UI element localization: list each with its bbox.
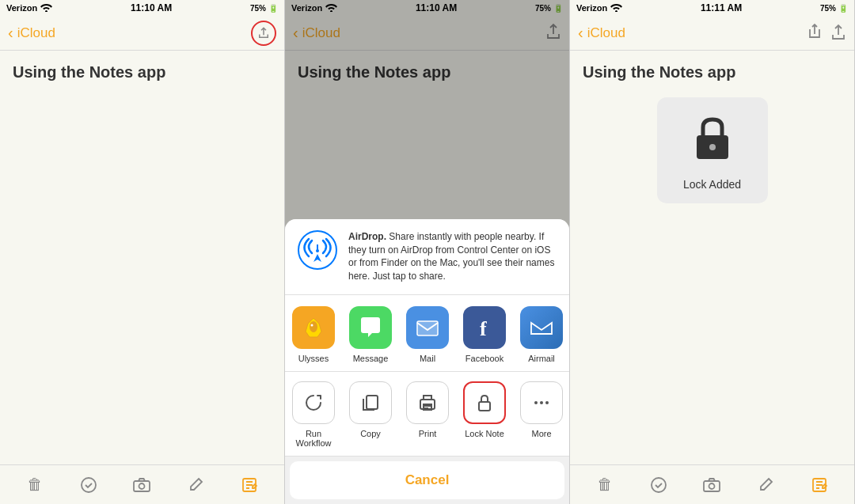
time-1: 11:10 AM	[131, 2, 172, 13]
mail-label: Mail	[420, 354, 435, 363]
run-workflow-icon	[292, 381, 335, 424]
action-item-more[interactable]: More	[513, 381, 569, 448]
status-bar-1: Verizon 11:10 AM 75% 🔋	[0, 0, 284, 16]
lock-added-label: Lock Added	[683, 178, 741, 191]
bottom-toolbar-3: 🗑	[570, 464, 854, 504]
time-3: 11:11 AM	[701, 2, 742, 13]
carrier-3: Verizon	[576, 3, 607, 13]
svg-point-20	[652, 478, 666, 492]
nav-right-1	[251, 21, 276, 46]
compose-icon-1[interactable]	[235, 471, 264, 499]
trash-icon-3[interactable]: 🗑	[591, 471, 619, 499]
nav-bar-1: ‹ iCloud	[0, 16, 284, 51]
print-label: Print	[419, 429, 437, 438]
note-title-1: Using the Notes app	[13, 63, 272, 81]
lock-large-icon	[689, 113, 736, 169]
svg-rect-11	[367, 396, 378, 409]
trash-icon-1[interactable]: 🗑	[21, 471, 49, 499]
note-area-3: Using the Notes app Lock Added	[570, 51, 854, 464]
camera-icon-3[interactable]	[697, 471, 726, 499]
action-item-print[interactable]: Print	[399, 381, 456, 448]
svg-rect-14	[479, 402, 490, 411]
airmail-icon	[520, 306, 563, 349]
cancel-button[interactable]: Cancel	[290, 461, 564, 499]
svg-point-6	[310, 321, 317, 332]
svg-point-17	[545, 401, 549, 404]
compose-icon-3[interactable]	[805, 471, 834, 499]
facebook-label: Facebook	[466, 354, 504, 363]
battery-icon-3: 🔋	[838, 4, 848, 13]
action-item-copy[interactable]: Copy	[342, 381, 399, 448]
svg-rect-1	[134, 481, 150, 491]
airdrop-icon	[298, 230, 337, 270]
share-button-1[interactable]	[251, 21, 276, 46]
carrier-1: Verizon	[6, 3, 37, 13]
action-item-lock-note[interactable]: Lock Note	[456, 381, 513, 448]
airdrop-section: AirDrop. Share instantly with people nea…	[285, 219, 569, 295]
camera-icon-1[interactable]	[127, 471, 156, 499]
action-row: Run Workflow Copy	[285, 372, 569, 457]
message-icon	[349, 306, 392, 349]
airmail-label: Airmail	[528, 354, 555, 363]
run-workflow-label: Run Workflow	[295, 429, 331, 448]
battery-icon-1: 🔋	[268, 4, 278, 13]
share-sheet: AirDrop. Share instantly with people nea…	[285, 219, 569, 504]
svg-point-16	[540, 401, 543, 404]
app-item-airmail[interactable]: Airmail	[513, 306, 569, 363]
status-bar-3: Verizon 11:11 AM 75% 🔋	[570, 0, 854, 16]
nav-bar-3: ‹ iCloud	[570, 16, 854, 51]
svg-point-7	[311, 324, 314, 327]
action-item-run-workflow[interactable]: Run Workflow	[285, 381, 342, 448]
check-icon-3[interactable]	[644, 471, 673, 499]
note-area-1: Using the Notes app	[0, 51, 284, 464]
svg-point-22	[709, 483, 715, 489]
app-item-message[interactable]: Message	[342, 306, 399, 363]
battery-1: 75%	[250, 4, 266, 13]
app-item-mail[interactable]: Mail	[399, 306, 456, 363]
battery-3: 75%	[820, 4, 836, 13]
mail-icon	[406, 306, 449, 349]
pen-icon-3[interactable]	[751, 471, 780, 499]
back-arrow-3: ‹	[578, 24, 583, 42]
ulysses-icon	[292, 306, 335, 349]
share-sheet-overlay: AirDrop. Share instantly with people nea…	[285, 0, 569, 504]
facebook-icon: f	[463, 306, 506, 349]
back-button-3[interactable]: ‹ iCloud	[578, 24, 625, 42]
lock-note-label: Lock Note	[465, 429, 504, 438]
wifi-icon-3	[610, 2, 622, 13]
app-item-ulysses[interactable]: Ulysses	[285, 306, 342, 363]
ulysses-label: Ulysses	[298, 354, 329, 363]
pen-icon-1[interactable]	[181, 471, 210, 499]
note-title-3: Using the Notes app	[583, 63, 842, 81]
bottom-toolbar-1: 🗑	[0, 464, 284, 504]
svg-point-0	[82, 478, 96, 492]
back-label-1: iCloud	[17, 25, 55, 41]
copy-label: Copy	[360, 429, 381, 438]
screen-2: Verizon 11:10 AM 75% 🔋 ‹ iCloud Using th…	[285, 0, 570, 504]
lock-note-icon	[463, 381, 506, 424]
lock-added-card: Lock Added	[657, 97, 768, 203]
check-icon-1[interactable]	[74, 471, 103, 499]
svg-point-19	[709, 144, 716, 150]
screen-3: Verizon 11:11 AM 75% 🔋 ‹ iCloud	[570, 0, 855, 504]
back-button-1[interactable]: ‹ iCloud	[8, 24, 55, 42]
svg-point-2	[139, 483, 145, 489]
airdrop-description: AirDrop. Share instantly with people nea…	[348, 230, 557, 283]
nav-right-3	[807, 23, 846, 44]
share-icon-3a[interactable]	[807, 23, 823, 44]
print-icon	[406, 381, 449, 424]
wifi-icon-1	[40, 2, 52, 13]
app-item-facebook[interactable]: f Facebook	[456, 306, 513, 363]
svg-text:f: f	[480, 317, 487, 340]
message-label: Message	[353, 354, 389, 363]
copy-icon	[349, 381, 392, 424]
more-icon	[520, 381, 563, 424]
svg-point-15	[534, 401, 538, 404]
back-arrow-1: ‹	[8, 24, 13, 42]
share-icon-3b[interactable]	[830, 23, 846, 44]
svg-rect-8	[417, 321, 438, 335]
screen-1: Verizon 11:10 AM 75% 🔋 ‹ iCloud Using th…	[0, 0, 285, 504]
more-label: More	[531, 429, 551, 438]
back-label-3: iCloud	[587, 25, 625, 41]
svg-rect-21	[704, 481, 720, 491]
